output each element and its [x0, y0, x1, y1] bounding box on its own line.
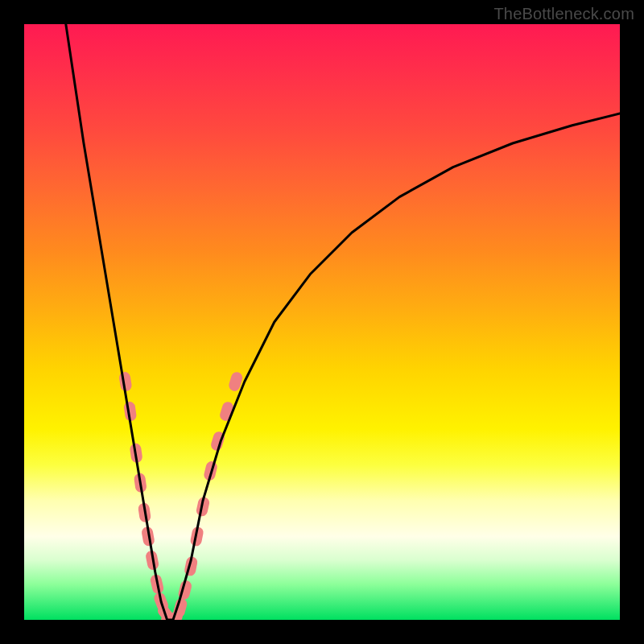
plot-area [24, 24, 620, 620]
chart-frame: TheBottleneck.com [0, 0, 644, 644]
bottleneck-curve [66, 24, 620, 620]
markers-group [118, 370, 244, 620]
chart-svg [24, 24, 620, 620]
watermark-text: TheBottleneck.com [493, 5, 634, 23]
